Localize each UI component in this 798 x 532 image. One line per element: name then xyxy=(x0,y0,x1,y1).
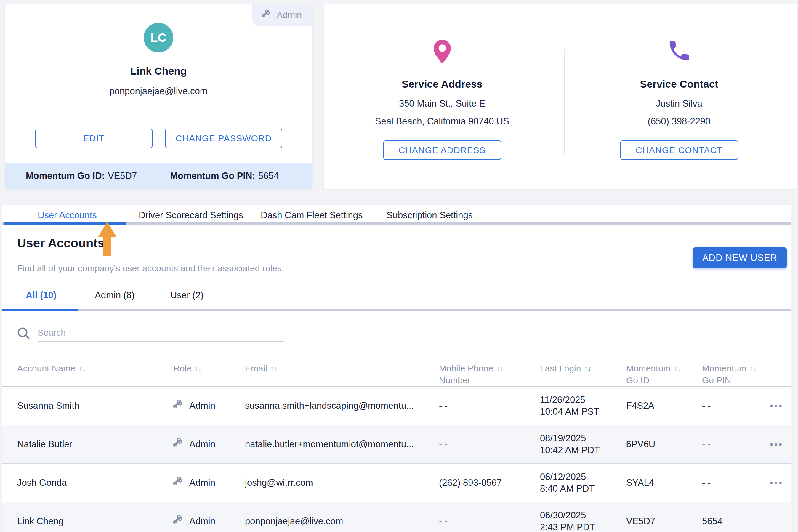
cell-go-pin: - - xyxy=(702,477,770,488)
cell-phone: - - xyxy=(439,439,540,450)
location-pin-icon xyxy=(429,38,456,65)
cell-account-name: Josh Gonda xyxy=(2,477,173,488)
momentum-go-pin: Momentum Go PIN: 5654 xyxy=(170,171,279,181)
cell-go-id: 6PV6U xyxy=(626,439,702,450)
tab-user-accounts[interactable]: User Accounts xyxy=(38,210,97,221)
header-role[interactable]: Role ↑↓ xyxy=(173,363,245,375)
service-address-block: Service Address 350 Main St., Suite E Se… xyxy=(324,4,560,189)
profile-name: Link Cheng xyxy=(5,65,312,77)
table-row: Susanna Smith Admin susanna.smith+landsc… xyxy=(2,387,791,425)
table-body: Susanna Smith Admin susanna.smith+landsc… xyxy=(2,387,791,532)
change-contact-button[interactable]: CHANGE CONTACT xyxy=(620,140,738,160)
sort-icon[interactable]: ↑↓ xyxy=(496,363,502,375)
cell-last-login: 11/26/202510:04 AM PST xyxy=(540,394,626,418)
filter-tabs-underline xyxy=(2,309,791,311)
tabs-underline xyxy=(2,222,791,225)
cell-last-login: 08/19/202510:42 AM PDT xyxy=(540,433,626,456)
sort-icon[interactable]: ↑↓ xyxy=(195,363,201,375)
service-address-title: Service Address xyxy=(324,78,560,90)
search-icon xyxy=(16,326,31,340)
header-last-login[interactable]: Last Login ↑↓ xyxy=(540,363,626,375)
cell-last-login: 06/30/20252:43 PM PDT xyxy=(540,510,626,532)
row-actions-button[interactable] xyxy=(770,443,791,446)
search-input[interactable] xyxy=(38,324,284,342)
service-card: Service Address 350 Main St., Suite E Se… xyxy=(324,4,797,189)
cell-account-name: Natalie Butler xyxy=(2,439,173,450)
active-filter-tab-indicator xyxy=(2,309,78,311)
keys-icon xyxy=(173,515,185,527)
avatar-initials: LC xyxy=(151,31,166,44)
keys-icon xyxy=(173,438,185,450)
service-contact-name: Justin Silva xyxy=(561,98,797,109)
header-mobile-phone[interactable]: Mobile Phone ↑↓ Number xyxy=(439,363,540,386)
cell-role: Admin xyxy=(173,477,245,489)
arrow-up-icon xyxy=(98,222,117,255)
cell-account-name: Susanna Smith xyxy=(2,400,173,411)
sort-icon-active-desc[interactable]: ↑↓ xyxy=(584,363,590,375)
cell-last-login: 08/12/20258:40 AM PDT xyxy=(540,471,626,495)
page-title: User Accounts xyxy=(17,236,104,250)
tab-dash-cam-fleet-settings[interactable]: Dash Cam Fleet Settings xyxy=(261,210,363,221)
cell-email: joshg@wi.rr.com xyxy=(245,477,439,488)
row-actions-button[interactable] xyxy=(770,405,791,407)
service-contact-block: Service Contact Justin Silva (650) 398-2… xyxy=(561,4,797,189)
keys-icon xyxy=(262,10,272,20)
row-actions-button[interactable] xyxy=(770,482,791,484)
cell-account-name: Link Cheng xyxy=(2,516,173,527)
momentum-go-id: Momentum Go ID: VE5D7 xyxy=(26,171,137,181)
header-momentum-go-id[interactable]: Momentum ↑↓ Go ID xyxy=(626,363,702,386)
filter-tab-admin[interactable]: Admin (8) xyxy=(95,290,134,301)
sort-icon[interactable]: ↑↓ xyxy=(673,363,680,375)
momentum-go-id-label: Momentum Go ID: xyxy=(26,171,105,181)
header-momentum-go-pin[interactable]: Momentum ↑↓ Go PIN xyxy=(702,363,770,386)
role-badge-label: Admin xyxy=(277,10,302,20)
cell-role: Admin xyxy=(173,400,245,412)
header-email[interactable]: Email ↑↓ xyxy=(245,363,439,375)
page-description: Find all of your company's user accounts… xyxy=(17,263,284,273)
cell-go-pin: 5654 xyxy=(702,516,770,527)
momentum-go-pin-label: Momentum Go PIN: xyxy=(170,171,255,181)
keys-icon xyxy=(173,400,185,412)
tab-driver-scorecard-settings[interactable]: Driver Scorecard Settings xyxy=(139,210,243,221)
momentum-go-id-value: VE5D7 xyxy=(108,171,137,181)
change-password-button[interactable]: CHANGE PASSWORD xyxy=(165,129,282,148)
sort-icon[interactable]: ↑↓ xyxy=(749,363,756,375)
table-row: Josh Gonda Admin joshg@wi.rr.com (262) 8… xyxy=(2,464,791,502)
cell-phone: - - xyxy=(439,400,540,411)
user-accounts-section: User Accounts Driver Scorecard Settings … xyxy=(2,205,791,532)
edit-button[interactable]: EDIT xyxy=(35,129,153,148)
profile-card: Admin LC Link Cheng ponponjaejae@live.co… xyxy=(5,4,312,189)
cell-go-id: VE5D7 xyxy=(626,516,702,527)
profile-email: ponponjaejae@live.com xyxy=(5,86,312,97)
cell-role: Admin xyxy=(173,515,245,527)
keys-icon xyxy=(173,477,185,489)
phone-icon xyxy=(666,38,692,63)
service-contact-phone: (650) 398-2290 xyxy=(561,116,797,127)
header-account-name[interactable]: Account Name ↑↓ xyxy=(2,363,173,375)
momentum-go-pin-value: 5654 xyxy=(258,171,279,181)
cell-go-pin: - - xyxy=(702,439,770,450)
cell-email: ponponjaejae@live.com xyxy=(245,516,439,527)
service-address-line1: 350 Main St., Suite E xyxy=(324,98,560,109)
table-row: Natalie Butler Admin natalie.butler+mome… xyxy=(2,425,791,464)
cell-go-pin: - - xyxy=(702,400,770,411)
cell-email: susanna.smith+landscaping@momentu... xyxy=(245,400,439,411)
cell-go-id: F4S2A xyxy=(626,400,702,411)
cell-phone: (262) 893-0567 xyxy=(439,477,540,488)
sort-icon[interactable]: ↑↓ xyxy=(270,363,277,375)
avatar: LC xyxy=(144,23,173,53)
table-row: Link Cheng Admin ponponjaejae@live.com -… xyxy=(2,502,791,532)
add-new-user-button[interactable]: ADD NEW USER xyxy=(693,247,787,268)
cell-phone: - - xyxy=(439,516,540,527)
change-address-button[interactable]: CHANGE ADDRESS xyxy=(383,140,501,160)
table-header-row: Account Name ↑↓ Role ↑↓ Email ↑↓ Mobile … xyxy=(2,363,791,387)
momentum-go-footer: Momentum Go ID: VE5D7 Momentum Go PIN: 5… xyxy=(5,163,312,189)
service-contact-title: Service Contact xyxy=(561,78,797,90)
cell-email: natalie.butler+momentumiot@momentu... xyxy=(245,439,439,450)
tab-subscription-settings[interactable]: Subscription Settings xyxy=(386,210,473,221)
service-address-line2: Seal Beach, California 90740 US xyxy=(324,116,560,127)
role-badge: Admin xyxy=(252,4,312,26)
filter-tab-all[interactable]: All (10) xyxy=(26,290,56,301)
filter-tab-user[interactable]: User (2) xyxy=(170,290,204,301)
sort-icon[interactable]: ↑↓ xyxy=(78,363,85,375)
